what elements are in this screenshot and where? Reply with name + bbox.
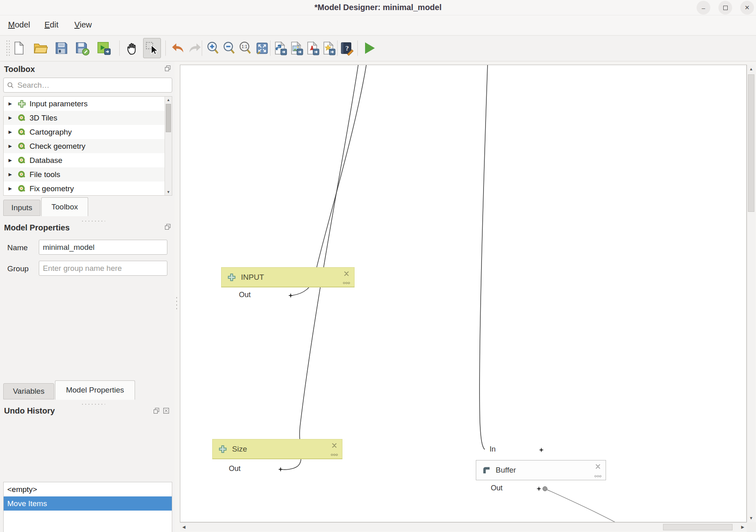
expander-icon[interactable]: ▶ — [8, 172, 17, 177]
canvas-vertical-scrollbar[interactable]: ▲ ▼ — [747, 65, 755, 522]
name-label: Name — [7, 243, 28, 252]
close-button[interactable]: ✕ — [740, 1, 754, 15]
undo-button[interactable] — [169, 38, 187, 58]
size-out-socket[interactable] — [278, 467, 283, 472]
menu-model[interactable]: Model — [6, 19, 32, 31]
expander-icon[interactable]: ▶ — [8, 129, 17, 135]
help-book-icon: ? — [339, 40, 354, 56]
model-group-field[interactable] — [39, 261, 167, 276]
model-properties-title: Model Properties — [4, 223, 70, 232]
undo-item-move-items[interactable]: Move Items — [4, 496, 172, 511]
zoom-actual-size-button[interactable]: 1:1 — [237, 38, 254, 58]
save-model-in-project-button[interactable] — [95, 38, 113, 58]
comment-dots-icon[interactable] — [343, 281, 350, 285]
tab-variables[interactable]: Variables — [3, 383, 54, 399]
search-input[interactable] — [17, 81, 172, 90]
scroll-right-icon[interactable]: ▶ — [741, 525, 744, 529]
comment-dots-icon[interactable] — [594, 475, 602, 478]
expander-icon[interactable]: ▶ — [8, 186, 17, 191]
save-in-project-icon — [96, 40, 112, 56]
menu-view[interactable]: View — [72, 19, 94, 31]
tree-item-database[interactable]: ▶ Database — [4, 153, 172, 167]
export-python-icon — [272, 40, 288, 56]
expander-icon[interactable]: ▶ — [8, 144, 17, 149]
redo-button[interactable] — [186, 38, 204, 58]
run-model-button[interactable] — [360, 38, 378, 58]
tree-item-3d-tiles[interactable]: ▶ 3D Tiles — [4, 111, 172, 125]
horizontal-scrollbar-thumb[interactable] — [663, 524, 733, 530]
tree-item-input-parameters[interactable]: ▶ Input parameters — [4, 97, 172, 111]
canvas-horizontal-scrollbar[interactable]: ◀ ▶ — [180, 522, 747, 531]
tab-model-properties[interactable]: Model Properties — [55, 380, 135, 400]
input-out-socket[interactable] — [288, 293, 293, 298]
export-as-image-button[interactable] — [287, 38, 305, 58]
qgis-logo-icon — [17, 170, 30, 179]
export-as-python-button[interactable] — [271, 38, 289, 58]
minimize-button[interactable]: – — [697, 1, 710, 15]
splitter-handle[interactable] — [81, 403, 105, 405]
undo-item-empty[interactable]: <empty> — [4, 482, 172, 496]
buffer-out-socket[interactable] — [536, 486, 541, 491]
tab-inputs[interactable]: Inputs — [3, 200, 40, 216]
tree-item-check-geometry[interactable]: ▶ Check geometry — [4, 139, 172, 153]
tree-item-cartography[interactable]: ▶ Cartography — [4, 125, 172, 139]
vertical-scrollbar-thumb[interactable] — [748, 74, 754, 212]
open-model-button[interactable] — [32, 38, 49, 58]
edit-model-help-button[interactable]: ? — [338, 38, 355, 58]
float-panel-icon[interactable] — [153, 407, 160, 414]
zoom-in-button[interactable] — [204, 38, 222, 58]
tree-item-fix-geometry[interactable]: ▶ Fix geometry — [4, 182, 172, 196]
pan-button[interactable] — [124, 38, 141, 58]
model-name-field[interactable] — [39, 240, 167, 255]
export-svg-icon — [321, 40, 336, 56]
model-canvas[interactable]: INPUT Out Size — [180, 65, 747, 522]
edge-from-buffer-out — [545, 489, 616, 522]
splitter-handle[interactable] — [81, 220, 105, 222]
export-as-pdf-button[interactable] — [304, 38, 321, 58]
pan-hand-icon — [125, 40, 140, 56]
new-document-icon — [11, 40, 27, 56]
collapse-icon[interactable] — [594, 463, 602, 470]
buffer-in-socket[interactable] — [539, 448, 544, 452]
tab-toolbox[interactable]: Toolbox — [41, 197, 88, 216]
scroll-down-icon[interactable]: ▼ — [167, 190, 170, 194]
edge-to-buffer-in — [479, 65, 488, 450]
minimize-icon: – — [702, 4, 705, 11]
tree-item-file-tools[interactable]: ▶ File tools — [4, 167, 172, 182]
select-items-button[interactable] — [143, 38, 161, 58]
scroll-left-icon[interactable]: ◀ — [182, 525, 186, 529]
new-model-button[interactable] — [10, 38, 28, 58]
zoom-full-button[interactable] — [253, 38, 271, 58]
scroll-up-icon[interactable]: ▲ — [749, 67, 753, 71]
dock-resize-handle[interactable] — [175, 296, 178, 310]
expander-icon[interactable]: ▶ — [8, 101, 17, 106]
menu-edit[interactable]: Edit — [42, 19, 61, 31]
menu-bar: Model Edit View — [0, 15, 756, 36]
buffer-out-connector-dot[interactable] — [543, 486, 547, 491]
float-panel-icon[interactable] — [164, 65, 171, 72]
expander-icon[interactable]: ▶ — [8, 115, 17, 120]
node-buffer[interactable]: Buffer — [476, 460, 606, 480]
parameter-icon — [227, 273, 236, 282]
collapse-icon[interactable] — [343, 270, 350, 277]
maximize-button[interactable] — [718, 1, 732, 15]
float-panel-icon[interactable] — [164, 223, 171, 230]
collapse-icon[interactable] — [331, 442, 338, 449]
tree-scrollbar[interactable]: ▲ ▼ — [165, 97, 172, 195]
export-as-svg-button[interactable] — [320, 38, 338, 58]
close-panel-icon[interactable] — [163, 407, 170, 414]
scroll-up-icon[interactable]: ▲ — [167, 98, 170, 102]
redo-icon — [187, 40, 203, 56]
node-input[interactable]: INPUT — [221, 267, 355, 287]
tree-scrollbar-thumb[interactable] — [166, 104, 171, 132]
save-model-button[interactable] — [53, 38, 70, 58]
toolbar: 1:1 — [0, 36, 756, 61]
node-size[interactable]: Size — [212, 439, 342, 459]
scroll-down-icon[interactable]: ▼ — [749, 516, 753, 520]
buffer-icon — [482, 466, 491, 475]
expander-icon[interactable]: ▶ — [8, 158, 17, 163]
save-model-as-button[interactable] — [73, 38, 91, 58]
comment-dots-icon[interactable] — [331, 453, 338, 456]
export-image-icon — [289, 40, 304, 56]
zoom-out-button[interactable] — [220, 38, 238, 58]
